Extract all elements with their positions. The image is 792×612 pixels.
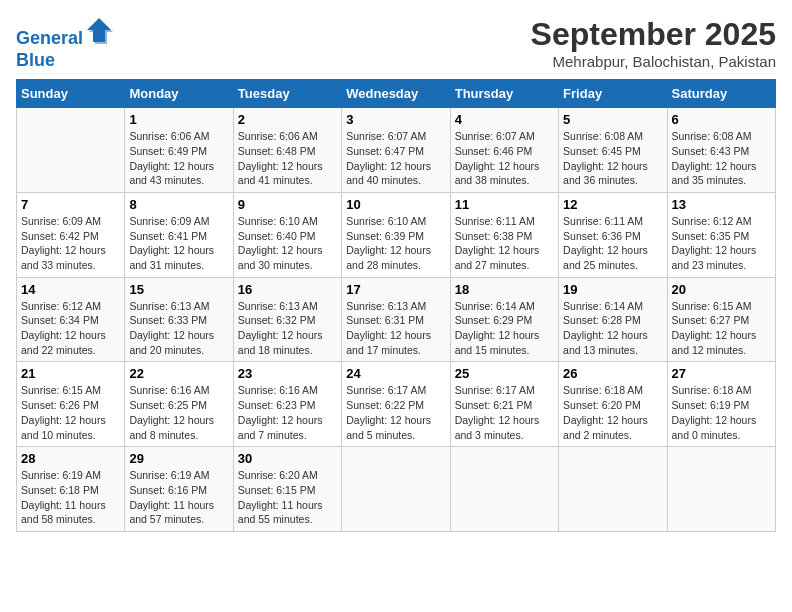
- calendar-cell: 1Sunrise: 6:06 AM Sunset: 6:49 PM Daylig…: [125, 108, 233, 193]
- weekday-header: Monday: [125, 80, 233, 108]
- weekday-header: Sunday: [17, 80, 125, 108]
- day-info: Sunrise: 6:12 AM Sunset: 6:35 PM Dayligh…: [672, 214, 771, 273]
- day-number: 4: [455, 112, 554, 127]
- page-header: General Blue September 2025 Mehrabpur, B…: [16, 16, 776, 71]
- day-info: Sunrise: 6:13 AM Sunset: 6:31 PM Dayligh…: [346, 299, 445, 358]
- calendar-week-row: 28Sunrise: 6:19 AM Sunset: 6:18 PM Dayli…: [17, 447, 776, 532]
- calendar-cell: [559, 447, 667, 532]
- day-info: Sunrise: 6:10 AM Sunset: 6:39 PM Dayligh…: [346, 214, 445, 273]
- day-info: Sunrise: 6:10 AM Sunset: 6:40 PM Dayligh…: [238, 214, 337, 273]
- calendar-cell: 3Sunrise: 6:07 AM Sunset: 6:47 PM Daylig…: [342, 108, 450, 193]
- day-number: 17: [346, 282, 445, 297]
- logo-line1: General: [16, 28, 83, 48]
- calendar-cell: 11Sunrise: 6:11 AM Sunset: 6:38 PM Dayli…: [450, 192, 558, 277]
- calendar-cell: 14Sunrise: 6:12 AM Sunset: 6:34 PM Dayli…: [17, 277, 125, 362]
- day-number: 5: [563, 112, 662, 127]
- day-info: Sunrise: 6:07 AM Sunset: 6:46 PM Dayligh…: [455, 129, 554, 188]
- day-number: 30: [238, 451, 337, 466]
- day-number: 8: [129, 197, 228, 212]
- logo: General Blue: [16, 16, 113, 71]
- day-info: Sunrise: 6:09 AM Sunset: 6:42 PM Dayligh…: [21, 214, 120, 273]
- day-number: 19: [563, 282, 662, 297]
- day-info: Sunrise: 6:15 AM Sunset: 6:26 PM Dayligh…: [21, 383, 120, 442]
- calendar-cell: 4Sunrise: 6:07 AM Sunset: 6:46 PM Daylig…: [450, 108, 558, 193]
- weekday-header: Saturday: [667, 80, 775, 108]
- day-number: 10: [346, 197, 445, 212]
- day-info: Sunrise: 6:16 AM Sunset: 6:23 PM Dayligh…: [238, 383, 337, 442]
- calendar-cell: 18Sunrise: 6:14 AM Sunset: 6:29 PM Dayli…: [450, 277, 558, 362]
- calendar-cell: [667, 447, 775, 532]
- logo-text: General: [16, 16, 113, 50]
- calendar-cell: 7Sunrise: 6:09 AM Sunset: 6:42 PM Daylig…: [17, 192, 125, 277]
- day-info: Sunrise: 6:06 AM Sunset: 6:48 PM Dayligh…: [238, 129, 337, 188]
- calendar-cell: 13Sunrise: 6:12 AM Sunset: 6:35 PM Dayli…: [667, 192, 775, 277]
- day-number: 20: [672, 282, 771, 297]
- calendar-week-row: 1Sunrise: 6:06 AM Sunset: 6:49 PM Daylig…: [17, 108, 776, 193]
- day-number: 11: [455, 197, 554, 212]
- day-number: 6: [672, 112, 771, 127]
- logo-line2: Blue: [16, 50, 113, 72]
- calendar-cell: 25Sunrise: 6:17 AM Sunset: 6:21 PM Dayli…: [450, 362, 558, 447]
- day-number: 18: [455, 282, 554, 297]
- calendar-cell: [450, 447, 558, 532]
- day-number: 24: [346, 366, 445, 381]
- day-number: 22: [129, 366, 228, 381]
- svg-marker-1: [89, 20, 113, 44]
- weekday-header: Tuesday: [233, 80, 341, 108]
- day-info: Sunrise: 6:11 AM Sunset: 6:36 PM Dayligh…: [563, 214, 662, 273]
- day-info: Sunrise: 6:19 AM Sunset: 6:16 PM Dayligh…: [129, 468, 228, 527]
- calendar-cell: 21Sunrise: 6:15 AM Sunset: 6:26 PM Dayli…: [17, 362, 125, 447]
- calendar-cell: 9Sunrise: 6:10 AM Sunset: 6:40 PM Daylig…: [233, 192, 341, 277]
- calendar-week-row: 7Sunrise: 6:09 AM Sunset: 6:42 PM Daylig…: [17, 192, 776, 277]
- day-number: 28: [21, 451, 120, 466]
- location: Mehrabpur, Balochistan, Pakistan: [531, 53, 776, 70]
- day-number: 14: [21, 282, 120, 297]
- calendar-cell: 6Sunrise: 6:08 AM Sunset: 6:43 PM Daylig…: [667, 108, 775, 193]
- calendar-cell: 29Sunrise: 6:19 AM Sunset: 6:16 PM Dayli…: [125, 447, 233, 532]
- day-info: Sunrise: 6:09 AM Sunset: 6:41 PM Dayligh…: [129, 214, 228, 273]
- day-number: 16: [238, 282, 337, 297]
- day-info: Sunrise: 6:18 AM Sunset: 6:19 PM Dayligh…: [672, 383, 771, 442]
- calendar-cell: 10Sunrise: 6:10 AM Sunset: 6:39 PM Dayli…: [342, 192, 450, 277]
- day-info: Sunrise: 6:14 AM Sunset: 6:28 PM Dayligh…: [563, 299, 662, 358]
- day-number: 2: [238, 112, 337, 127]
- calendar-cell: 15Sunrise: 6:13 AM Sunset: 6:33 PM Dayli…: [125, 277, 233, 362]
- calendar-week-row: 21Sunrise: 6:15 AM Sunset: 6:26 PM Dayli…: [17, 362, 776, 447]
- calendar-cell: 20Sunrise: 6:15 AM Sunset: 6:27 PM Dayli…: [667, 277, 775, 362]
- day-info: Sunrise: 6:12 AM Sunset: 6:34 PM Dayligh…: [21, 299, 120, 358]
- logo-icon: [85, 16, 113, 44]
- calendar-header-row: SundayMondayTuesdayWednesdayThursdayFrid…: [17, 80, 776, 108]
- calendar-cell: 2Sunrise: 6:06 AM Sunset: 6:48 PM Daylig…: [233, 108, 341, 193]
- calendar-cell: 8Sunrise: 6:09 AM Sunset: 6:41 PM Daylig…: [125, 192, 233, 277]
- calendar-week-row: 14Sunrise: 6:12 AM Sunset: 6:34 PM Dayli…: [17, 277, 776, 362]
- calendar-cell: 19Sunrise: 6:14 AM Sunset: 6:28 PM Dayli…: [559, 277, 667, 362]
- day-number: 13: [672, 197, 771, 212]
- month-title: September 2025: [531, 16, 776, 53]
- calendar-table: SundayMondayTuesdayWednesdayThursdayFrid…: [16, 79, 776, 532]
- day-info: Sunrise: 6:08 AM Sunset: 6:43 PM Dayligh…: [672, 129, 771, 188]
- calendar-cell: 23Sunrise: 6:16 AM Sunset: 6:23 PM Dayli…: [233, 362, 341, 447]
- day-info: Sunrise: 6:16 AM Sunset: 6:25 PM Dayligh…: [129, 383, 228, 442]
- calendar-cell: 24Sunrise: 6:17 AM Sunset: 6:22 PM Dayli…: [342, 362, 450, 447]
- day-info: Sunrise: 6:20 AM Sunset: 6:15 PM Dayligh…: [238, 468, 337, 527]
- day-info: Sunrise: 6:17 AM Sunset: 6:21 PM Dayligh…: [455, 383, 554, 442]
- day-info: Sunrise: 6:18 AM Sunset: 6:20 PM Dayligh…: [563, 383, 662, 442]
- calendar-cell: 17Sunrise: 6:13 AM Sunset: 6:31 PM Dayli…: [342, 277, 450, 362]
- calendar-cell: [17, 108, 125, 193]
- day-number: 12: [563, 197, 662, 212]
- calendar-cell: [342, 447, 450, 532]
- calendar-cell: 5Sunrise: 6:08 AM Sunset: 6:45 PM Daylig…: [559, 108, 667, 193]
- calendar-cell: 28Sunrise: 6:19 AM Sunset: 6:18 PM Dayli…: [17, 447, 125, 532]
- day-info: Sunrise: 6:15 AM Sunset: 6:27 PM Dayligh…: [672, 299, 771, 358]
- day-number: 3: [346, 112, 445, 127]
- day-info: Sunrise: 6:11 AM Sunset: 6:38 PM Dayligh…: [455, 214, 554, 273]
- title-section: September 2025 Mehrabpur, Balochistan, P…: [531, 16, 776, 70]
- calendar-cell: 26Sunrise: 6:18 AM Sunset: 6:20 PM Dayli…: [559, 362, 667, 447]
- day-info: Sunrise: 6:17 AM Sunset: 6:22 PM Dayligh…: [346, 383, 445, 442]
- day-info: Sunrise: 6:13 AM Sunset: 6:32 PM Dayligh…: [238, 299, 337, 358]
- weekday-header: Wednesday: [342, 80, 450, 108]
- day-number: 29: [129, 451, 228, 466]
- day-number: 9: [238, 197, 337, 212]
- day-number: 26: [563, 366, 662, 381]
- day-info: Sunrise: 6:06 AM Sunset: 6:49 PM Dayligh…: [129, 129, 228, 188]
